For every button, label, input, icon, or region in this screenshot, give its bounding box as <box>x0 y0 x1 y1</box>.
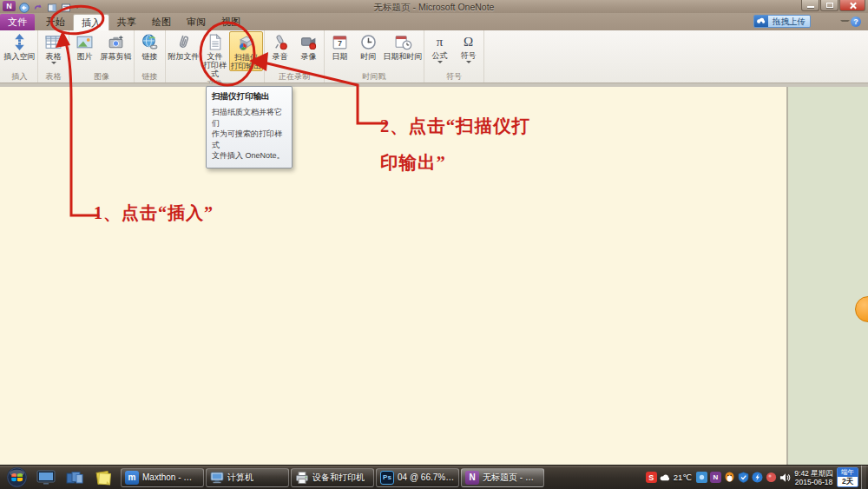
minimize-ribbon-icon[interactable] <box>840 18 847 23</box>
link-icon <box>141 33 159 51</box>
date-and-time-button[interactable]: 日期和时间 <box>383 31 423 71</box>
link-button[interactable]: 链接 <box>135 31 164 71</box>
equation-button[interactable]: π 公式 <box>425 31 454 71</box>
minimize-button[interactable] <box>801 0 819 11</box>
taskbar-button-devices-printers[interactable]: 设备和打印机 <box>291 468 374 487</box>
button-label: 扫描仪 <box>234 53 258 62</box>
pinned-desktop-icon[interactable] <box>35 468 56 487</box>
maximize-icon <box>826 3 833 8</box>
ribbon-group-timestamp: 7 日期 时间 <box>325 30 424 83</box>
taskbar: m Maxthon - 傲游... 计算机 设备和打印机 Ps 04 @ 66.… <box>0 465 868 489</box>
time-button[interactable]: 时间 <box>354 31 383 71</box>
group-label: 图像 <box>70 71 133 83</box>
ribbon-tab-row: 文件 开始 插入 共享 绘图 审阅 视图 <box>0 13 868 30</box>
screen-clipping-button[interactable]: 屏幕剪辑 <box>99 31 133 71</box>
button-label: 表格 <box>46 52 62 61</box>
ribbon-group-links: 链接 链接 <box>135 30 166 83</box>
record-video-icon <box>299 33 318 51</box>
thunder-icon[interactable] <box>752 472 763 483</box>
ribbon-group-recording: 录音 录像 正在录制 <box>265 30 325 83</box>
minimize-icon <box>807 6 814 8</box>
file-printout-button[interactable]: 文件 打印样式 <box>201 31 229 78</box>
dropdown-arrow-icon <box>466 61 471 63</box>
tab-share[interactable]: 共享 <box>109 14 144 30</box>
scanner-printout-icon <box>237 34 255 52</box>
date-icon: 7 <box>331 33 349 51</box>
tray-red-dot-icon[interactable] <box>766 472 777 483</box>
onenote-window: N 无标题页 - Microsoft OneNote 文件 开始 插入 <box>0 0 868 489</box>
group-label: 符号 <box>425 71 483 83</box>
svg-text:7: 7 <box>338 39 342 48</box>
attach-file-button[interactable]: 附加文件 <box>167 31 201 71</box>
button-label: 公式 <box>432 51 448 60</box>
tray-app-icon[interactable] <box>696 472 707 483</box>
date-button[interactable]: 7 日期 <box>326 31 354 71</box>
page-tabs-pane[interactable] <box>786 87 868 465</box>
button-label: 链接 <box>142 52 158 61</box>
close-icon <box>849 2 857 10</box>
page-canvas[interactable] <box>0 87 785 465</box>
button-label-line2: 打印样式 <box>201 61 229 78</box>
maximize-button[interactable] <box>820 0 838 11</box>
button-label: 文件 <box>207 52 223 61</box>
titlebar: N 无标题页 - Microsoft OneNote <box>0 0 868 13</box>
tray-temperature[interactable]: 21℃ <box>674 472 692 482</box>
tray-onenote-icon[interactable]: N <box>710 472 721 483</box>
clock-time: 9:42 星期四 <box>793 469 834 478</box>
taskbar-button-maxthon[interactable]: m Maxthon - 傲游... <box>121 468 204 487</box>
festival-countdown-badge[interactable]: 端午 2天 <box>837 467 858 487</box>
button-label: 录音 <box>273 52 288 61</box>
tab-review[interactable]: 审阅 <box>179 14 214 30</box>
button-label: 屏幕剪辑 <box>101 52 132 61</box>
taskbar-button-photoshop[interactable]: Ps 04 @ 66.7%(RG... <box>376 468 459 487</box>
dropdown-arrow-icon <box>437 61 443 63</box>
picture-button[interactable]: 图片 <box>70 31 99 71</box>
tab-draw[interactable]: 绘图 <box>144 14 179 30</box>
record-audio-button[interactable]: 录音 <box>266 31 294 71</box>
tray-clock[interactable]: 9:42 星期四 2015-06-18 <box>793 469 834 486</box>
button-label: 录像 <box>301 52 317 61</box>
ribbon-group-files: 附加文件 文件 打印样式 <box>166 30 265 83</box>
onenote-icon: N <box>465 471 479 485</box>
qq-icon[interactable] <box>724 472 735 483</box>
pinned-office-icon[interactable] <box>63 468 85 487</box>
taskbar-button-label: Maxthon - 傲游... <box>142 472 200 484</box>
sogou-input-icon[interactable]: S <box>646 472 657 483</box>
close-button[interactable] <box>839 0 865 11</box>
table-button[interactable]: 表格 <box>39 31 68 71</box>
ribbon-group-symbols: π 公式 Ω 符号 符号 <box>424 30 484 83</box>
tooltip-line: 文件插入 OneNote。 <box>212 150 286 162</box>
ribbon-group-images: 图片 屏幕剪辑 图像 <box>69 30 135 83</box>
photoshop-icon: Ps <box>380 471 394 485</box>
maxthon-icon: m <box>125 471 139 485</box>
volume-icon[interactable] <box>779 472 791 483</box>
scanner-printout-button[interactable]: 扫描仪 打印输出 <box>229 31 263 71</box>
show-desktop-button[interactable] <box>861 466 866 489</box>
window-title: 无标题页 - Microsoft OneNote <box>0 2 868 14</box>
insert-space-button[interactable]: 插入空间 <box>3 31 36 71</box>
taskbar-button-label: 设备和打印机 <box>312 472 365 484</box>
button-label: 日期 <box>332 52 348 61</box>
help-button[interactable]: ? <box>851 17 861 27</box>
pinned-sticky-notes-icon[interactable] <box>92 468 114 487</box>
workspace: 扫描仪打印输出 扫描纸质文档并将它们 作为可搜索的打印样式 文件插入 OneNo… <box>0 83 868 465</box>
start-button[interactable] <box>6 466 28 488</box>
security-shield-icon[interactable] <box>738 472 749 483</box>
drag-upload-button[interactable]: 拖拽上传 <box>753 15 811 28</box>
attach-file-icon <box>174 33 193 51</box>
tab-home[interactable]: 开始 <box>38 14 73 30</box>
system-tray: S 21℃ N 9:42 <box>646 466 868 489</box>
taskbar-button-computer[interactable]: 计算机 <box>206 468 289 487</box>
tooltip-line: 作为可搜索的打印样式 <box>212 129 286 150</box>
taskbar-button-label: 无标题页 - Micro... <box>483 472 540 484</box>
taskbar-button-onenote[interactable]: N 无标题页 - Micro... <box>461 468 544 487</box>
tab-file[interactable]: 文件 <box>0 14 35 30</box>
weather-cloud-icon[interactable] <box>660 472 671 483</box>
picture-icon <box>76 33 94 51</box>
tab-view[interactable]: 视图 <box>214 14 248 30</box>
symbol-button[interactable]: Ω 符号 <box>454 31 483 71</box>
tab-insert[interactable]: 插入 <box>73 14 109 30</box>
taskbar-button-label: 计算机 <box>227 472 253 484</box>
festival-name: 端午 <box>838 468 858 477</box>
record-video-button[interactable]: 录像 <box>294 31 323 71</box>
